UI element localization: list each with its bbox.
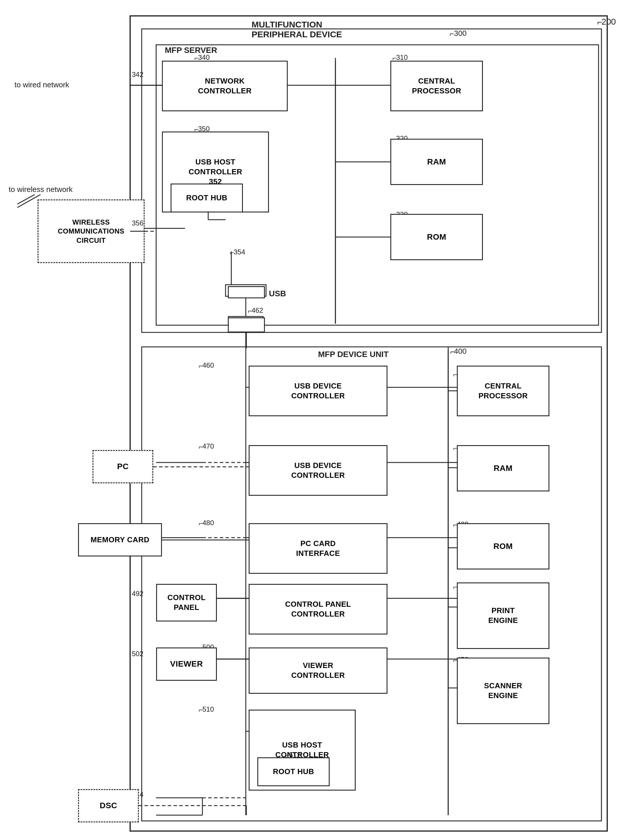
network-controller-box: NETWORK CONTROLLER <box>162 61 288 111</box>
wireless-arrows <box>16 193 42 209</box>
wired-network-label: to wired network <box>14 81 69 89</box>
central-processor-1-box: CENTRAL PROCESSOR <box>390 61 483 111</box>
ref-502: 502 <box>132 650 144 658</box>
ref-342: 342 <box>132 71 144 79</box>
ref-354: 354 <box>234 248 245 256</box>
ram-1-box: RAM <box>390 139 483 185</box>
wireless-network-label: to wireless network <box>9 185 73 194</box>
control-panel-box: CONTROL PANEL <box>156 584 217 622</box>
ref-356: 356 <box>132 219 144 227</box>
root-hub-1-box: ROOT HUB <box>171 183 243 212</box>
usb-connector-block-2 <box>228 317 265 332</box>
viewer-controller-box: VIEWER CONTROLLER <box>249 647 387 694</box>
ref-510: 510 <box>202 705 214 714</box>
ref-400: 400 <box>454 347 466 356</box>
usb-label: USB <box>269 289 286 298</box>
ref-492: 492 <box>132 590 144 598</box>
dsc-box: DSC <box>78 789 139 823</box>
print-engine-box: PRINT ENGINE <box>457 583 549 649</box>
viewer-box: VIEWER <box>156 647 217 681</box>
wireless-comms-box: WIRELESS COMMUNICATIONS CIRCUIT <box>38 199 145 263</box>
ref-470: 470 <box>202 442 214 450</box>
root-hub-2-box: ROOT HUB <box>257 757 330 786</box>
ref-300: 300 <box>454 29 466 38</box>
mfp-device-unit-label: MFP DEVICE UNIT <box>318 350 389 359</box>
ref-460: 460 <box>202 361 214 369</box>
usb-device-ctrl-2-box: USB DEVICE CONTROLLER <box>249 445 387 496</box>
mfp-peripheral-label: MULTIFUNCTION PERIPHERAL DEVICE <box>251 20 396 39</box>
scanner-engine-box: SCANNER ENGINE <box>457 658 549 724</box>
ram-2-box: RAM <box>457 445 549 491</box>
control-panel-ctrl-box: CONTROL PANEL CONTROLLER <box>249 584 387 635</box>
ref-512: 512 <box>289 751 301 759</box>
svg-line-54 <box>17 194 41 208</box>
rom-2-box: ROM <box>457 523 549 570</box>
pc-card-interface-box: PC CARD INTERFACE <box>249 523 387 574</box>
rom-1-box: ROM <box>390 214 483 260</box>
pc-box: PC <box>93 450 153 483</box>
diagram: 200 ⌐ MULTIFUNCTION PERIPHERAL DEVICE 30… <box>0 0 637 840</box>
ref-480: 480 <box>202 519 214 527</box>
memory-card-box: MEMORY CARD <box>78 523 162 556</box>
ref-462: 462 <box>251 306 263 314</box>
central-processor-2-box: CENTRAL PROCESSOR <box>457 366 549 416</box>
ref-340: 340 <box>198 54 210 62</box>
usb-connector-block <box>228 286 265 298</box>
ref-200: 200 <box>601 17 616 27</box>
usb-device-ctrl-1-box: USB DEVICE CONTROLLER <box>249 366 387 416</box>
ref-310: 310 <box>396 54 408 62</box>
